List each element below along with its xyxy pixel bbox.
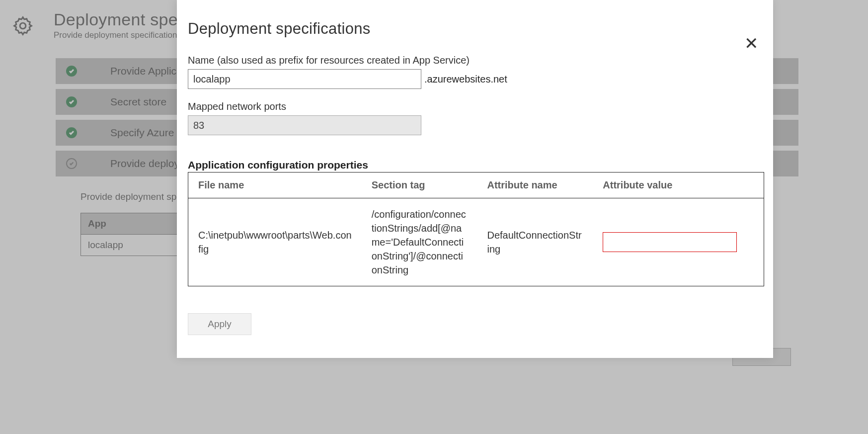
col-file-header: File name bbox=[188, 173, 362, 198]
attr-value-input[interactable] bbox=[603, 232, 737, 252]
check-circle-icon bbox=[66, 66, 77, 77]
svg-point-0 bbox=[20, 23, 26, 29]
pending-circle-icon bbox=[66, 158, 77, 169]
name-label: Name (also used as prefix for resources … bbox=[188, 55, 762, 66]
check-circle-icon bbox=[66, 127, 77, 138]
deployment-spec-modal: ✕ Deployment specifications Name (also u… bbox=[177, 0, 773, 358]
col-section-header: Section tag bbox=[362, 173, 477, 198]
name-input[interactable] bbox=[188, 69, 421, 89]
modal-title: Deployment specifications bbox=[188, 20, 762, 38]
ports-input bbox=[188, 115, 421, 135]
table-row: C:\inetpub\wwwroot\parts\Web.config /con… bbox=[188, 198, 764, 286]
gear-icon bbox=[12, 30, 34, 38]
props-table: File name Section tag Attribute name Att… bbox=[188, 172, 764, 286]
step-label: Secret store bbox=[110, 96, 166, 108]
name-suffix: .azurewebsites.net bbox=[424, 74, 507, 85]
attrname-cell: DefaultConnectionString bbox=[477, 198, 593, 286]
col-attrval-header: Attribute value bbox=[593, 173, 764, 198]
col-attrname-header: Attribute name bbox=[477, 173, 593, 198]
section-cell: /configuration/connectionStrings/add[@na… bbox=[362, 198, 477, 286]
close-icon[interactable]: ✕ bbox=[744, 35, 758, 52]
file-cell: C:\inetpub\wwwroot\parts\Web.config bbox=[188, 198, 362, 286]
ports-label: Mapped network ports bbox=[188, 101, 762, 112]
step-label: Specify Azure bbox=[110, 127, 174, 139]
props-heading: Application configuration properties bbox=[188, 159, 762, 171]
apply-button[interactable]: Apply bbox=[188, 313, 251, 335]
check-circle-icon bbox=[66, 96, 77, 107]
attrval-cell bbox=[593, 198, 764, 286]
